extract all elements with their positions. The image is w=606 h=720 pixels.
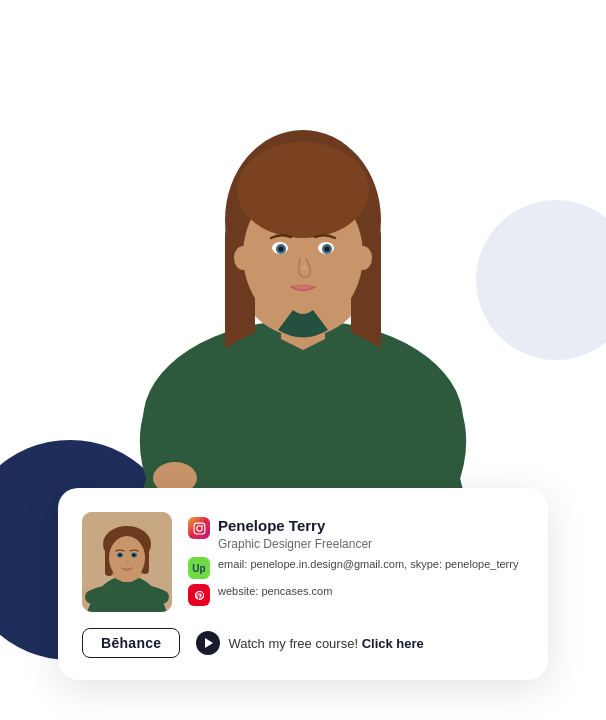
course-text: Watch my free course! Click here bbox=[228, 636, 423, 651]
website-row: website: pencases.com bbox=[188, 583, 520, 606]
upwork-icon[interactable]: Up bbox=[188, 557, 210, 579]
behance-label: Bēhance bbox=[101, 635, 161, 651]
course-row: Watch my free course! Click here bbox=[196, 631, 423, 655]
svg-point-27 bbox=[119, 554, 122, 557]
svg-point-16 bbox=[354, 246, 372, 270]
behance-button[interactable]: Bēhance bbox=[82, 628, 180, 658]
svg-point-7 bbox=[237, 142, 369, 238]
person-illustration bbox=[93, 0, 513, 490]
person-photo-area bbox=[53, 0, 553, 490]
svg-point-29 bbox=[125, 559, 129, 565]
svg-point-13 bbox=[325, 247, 330, 252]
email-row: Up email: penelope.in.design@gmail.com, … bbox=[188, 556, 520, 579]
pinterest-icon[interactable] bbox=[188, 584, 210, 606]
profile-card: Penelope Terry Graphic Designer Freelanc… bbox=[58, 488, 548, 680]
click-here-link[interactable]: Click here bbox=[362, 636, 424, 651]
person-name: Penelope Terry Graphic Designer Freelanc… bbox=[218, 516, 372, 552]
card-bottom-section: Bēhance Watch my free course! Click here bbox=[82, 628, 520, 658]
card-avatar bbox=[82, 512, 172, 612]
svg-point-28 bbox=[133, 554, 136, 557]
svg-point-32 bbox=[201, 524, 203, 526]
name-row: Penelope Terry Graphic Designer Freelanc… bbox=[188, 516, 520, 552]
avatar-illustration bbox=[82, 512, 172, 612]
svg-point-24 bbox=[109, 536, 145, 580]
svg-point-17 bbox=[301, 265, 307, 269]
svg-point-15 bbox=[234, 246, 252, 270]
instagram-icon[interactable] bbox=[188, 517, 210, 539]
play-icon[interactable] bbox=[196, 631, 220, 655]
svg-point-12 bbox=[279, 247, 284, 252]
svg-point-31 bbox=[196, 525, 201, 530]
svg-rect-30 bbox=[194, 523, 205, 534]
card-top-section: Penelope Terry Graphic Designer Freelanc… bbox=[82, 512, 520, 612]
card-info-section: Penelope Terry Graphic Designer Freelanc… bbox=[188, 512, 520, 610]
play-triangle bbox=[205, 638, 213, 648]
